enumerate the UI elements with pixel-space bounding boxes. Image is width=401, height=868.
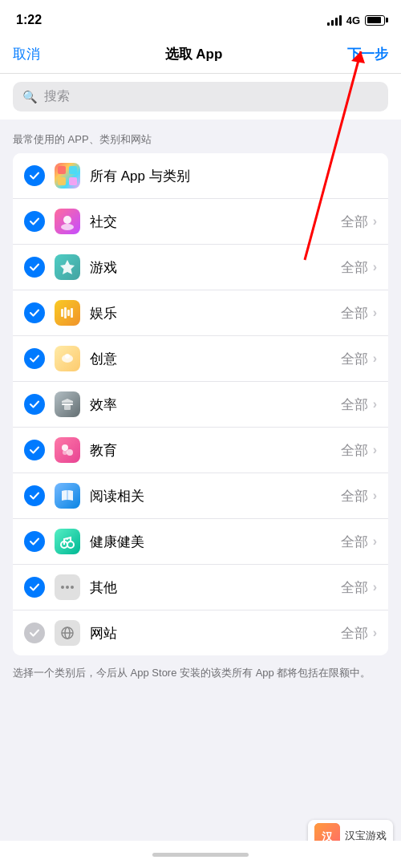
status-time: 1:22 [16, 13, 42, 27]
chevron-right-icon: › [373, 351, 377, 366]
list-item[interactable]: 其他 全部 › [13, 565, 388, 610]
app-icon [55, 529, 80, 554]
search-input[interactable]: 搜索 [44, 88, 70, 105]
svg-point-17 [63, 450, 67, 455]
section-label: 最常使用的 APP、类别和网站 [0, 120, 401, 153]
app-icon [55, 254, 80, 280]
item-name: 网站 [90, 624, 341, 643]
item-sub: 全部 [341, 441, 368, 460]
svg-rect-14 [64, 405, 71, 410]
app-icon [55, 483, 80, 509]
item-sub: 全部 [341, 304, 368, 322]
svg-point-20 [67, 541, 74, 548]
chevron-right-icon: › [373, 580, 377, 594]
chevron-right-icon: › [373, 489, 377, 503]
check-circle [24, 531, 45, 552]
item-name: 其他 [90, 578, 341, 597]
app-icon [55, 346, 80, 371]
signal-bars-icon [327, 14, 342, 26]
svg-point-23 [66, 586, 69, 589]
search-bar[interactable]: 🔍 搜索 [13, 82, 388, 112]
cancel-button[interactable]: 取消 [13, 45, 40, 63]
svg-rect-0 [58, 166, 66, 174]
check-circle [24, 257, 45, 278]
list-item[interactable]: 社交 全部 › [13, 199, 388, 245]
item-name: 效率 [90, 395, 341, 414]
item-name: 娱乐 [90, 304, 341, 322]
app-list: 所有 App 与类别 社交 全部 › 游戏 全部 › [13, 153, 388, 655]
chevron-right-icon: › [373, 306, 377, 320]
list-item[interactable]: 教育 全部 › [13, 428, 388, 473]
check-circle [24, 440, 45, 460]
app-icon [55, 300, 80, 326]
chevron-right-icon: › [373, 534, 377, 549]
svg-point-4 [63, 216, 71, 224]
check-circle [24, 211, 45, 232]
svg-rect-7 [64, 307, 67, 318]
app-icon [55, 620, 80, 646]
check-circle [24, 577, 45, 598]
item-name: 社交 [90, 213, 341, 231]
item-name: 教育 [90, 441, 341, 460]
svg-point-24 [71, 586, 74, 589]
item-sub: 全部 [341, 578, 368, 597]
chevron-right-icon: › [373, 626, 377, 640]
list-item[interactable]: 网站 全部 › [13, 610, 388, 655]
app-icon [55, 437, 80, 463]
check-circle [24, 348, 45, 369]
svg-rect-6 [61, 309, 63, 317]
item-sub: 全部 [341, 258, 368, 277]
item-sub: 全部 [341, 213, 368, 231]
list-item[interactable]: 健康健美 全部 › [13, 519, 388, 565]
item-name: 所有 App 与类别 [90, 167, 377, 185]
list-item[interactable]: 阅读相关 全部 › [13, 473, 388, 519]
item-name: 阅读相关 [90, 487, 341, 505]
app-icon [55, 209, 80, 234]
item-name: 创意 [90, 350, 341, 368]
item-sub: 全部 [341, 350, 368, 368]
app-icon [55, 574, 80, 600]
check-circle [24, 165, 45, 186]
network-type: 4G [346, 14, 360, 26]
check-circle [24, 394, 45, 415]
list-item[interactable]: 游戏 全部 › [13, 245, 388, 290]
page-title: 选取 App [165, 45, 223, 63]
svg-point-16 [67, 449, 73, 456]
item-name: 健康健美 [90, 533, 341, 551]
chevron-right-icon: › [373, 214, 377, 229]
check-circle-unchecked [24, 623, 45, 643]
nav-bar: 取消 选取 App 下一步 [0, 35, 401, 74]
item-sub: 全部 [341, 395, 368, 414]
item-sub: 全部 [341, 624, 368, 643]
footer-note: 选择一个类别后，今后从 App Store 安装的该类所有 App 都将包括在限… [0, 655, 401, 691]
item-sub: 全部 [341, 487, 368, 505]
battery-icon [365, 15, 385, 26]
svg-rect-8 [67, 310, 70, 316]
svg-point-22 [61, 586, 64, 589]
item-sub: 全部 [341, 533, 368, 551]
search-container: 🔍 搜索 [0, 74, 401, 120]
list-item[interactable]: 娱乐 全部 › [13, 290, 388, 336]
search-icon: 🔍 [22, 90, 38, 104]
svg-point-11 [65, 354, 70, 359]
check-circle [24, 485, 45, 506]
status-icons: 4G [327, 14, 385, 26]
svg-marker-13 [62, 399, 73, 403]
svg-rect-9 [71, 308, 73, 318]
chevron-right-icon: › [373, 443, 377, 457]
check-circle [24, 302, 45, 323]
home-indicator [152, 853, 249, 857]
svg-rect-1 [69, 166, 77, 174]
list-item[interactable]: 效率 全部 › [13, 382, 388, 428]
next-button[interactable]: 下一步 [347, 45, 388, 63]
list-item[interactable]: 所有 App 与类别 [13, 153, 388, 199]
svg-rect-12 [62, 404, 73, 405]
svg-point-15 [62, 444, 68, 451]
list-item[interactable]: 创意 全部 › [13, 336, 388, 382]
app-icon [55, 391, 80, 417]
svg-rect-2 [58, 177, 66, 185]
svg-point-5 [61, 224, 74, 230]
svg-rect-3 [69, 177, 77, 185]
bottom-bar [0, 841, 401, 868]
status-bar: 1:22 4G [0, 0, 401, 35]
